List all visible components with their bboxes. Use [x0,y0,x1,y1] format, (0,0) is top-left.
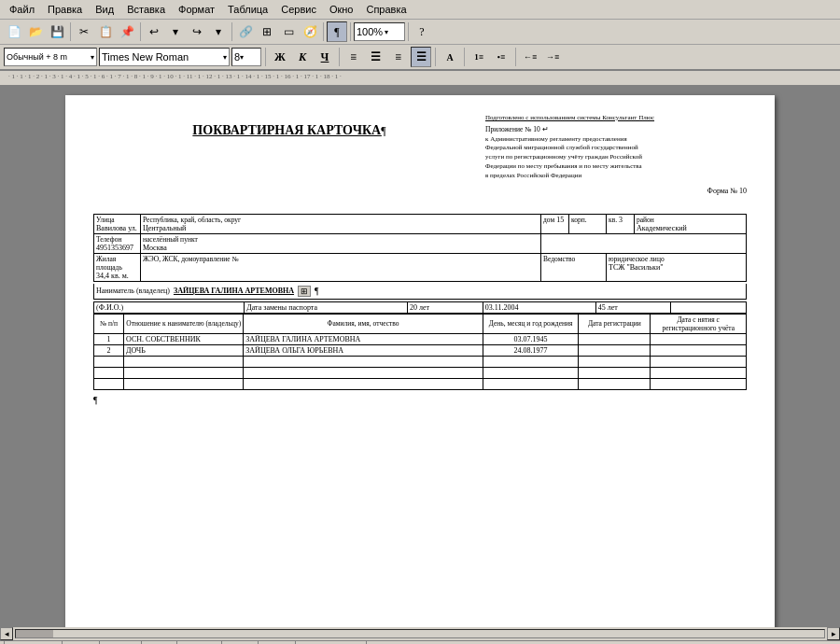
building-label: корп. [571,216,587,224]
scroll-left-button[interactable]: ◂ [0,627,13,640]
separator2 [140,22,141,41]
table-row [94,367,747,378]
apt-value: 3 [619,216,623,224]
app-desc1: к Административному регламенту предостав… [485,135,747,145]
passport-table: (Ф.И.О.) Дата замены паспорта 20 лет 03.… [93,301,747,314]
decrease-indent-button[interactable]: ←≡ [520,47,540,67]
menu-tools[interactable]: Сервис [275,2,322,17]
align-left-button[interactable]: ≡ [343,47,364,67]
menu-format[interactable]: Формат [173,2,220,17]
menu-table[interactable]: Таблица [222,2,273,17]
app-desc5: в пределах Российской Федерации [485,172,747,181]
cell-reg_date-2 [579,356,651,367]
statusbar: На 1,5см Ст 1 Кол 1 ЗАП ИСПР ВДЛ ЗАМ рус… [0,640,840,644]
apt-label: кв. [609,216,617,224]
street-value: Вавилова ул. [96,224,137,232]
copy-button[interactable]: 📋 [95,21,116,42]
menu-view[interactable]: Вид [90,2,119,17]
menu-edit[interactable]: Правка [42,2,88,17]
size-dropdown[interactable]: 8 ▾ [231,48,261,66]
cell-dob-4 [483,378,579,389]
zoom-value: 100% [357,26,383,37]
residents-table: № п/п Отношение к нанимателю (владельцу)… [93,314,747,390]
align-justify-button[interactable]: ☰ [411,47,431,67]
menu-help[interactable]: Справка [360,2,412,17]
underline-button[interactable]: Ч [315,47,335,67]
cut-button[interactable]: ✂ [74,21,94,42]
menu-insert[interactable]: Вставка [121,2,171,17]
open-button[interactable]: 📂 [25,21,46,42]
menu-window[interactable]: Окно [324,2,359,17]
scroll-right-button[interactable]: ▸ [827,627,840,640]
tenant-label: Наниматель (владелец) [96,287,170,295]
bullets-button[interactable]: •≡ [491,47,511,67]
end-pilcrow: ¶ [93,394,747,405]
insert-field-button[interactable]: ⊞ [298,286,311,297]
style-arrow: ▾ [91,53,94,62]
col-name-header: Фамилия, имя, отчество [244,314,483,333]
italic-button[interactable]: К [292,47,313,67]
app-desc2: Федеральной миграционной службой государ… [485,144,747,153]
cell-name-1: ЗАЙЦЕВА ОЛЬГА ЮРЬЕВНА [244,344,483,356]
col-reg-header: Дата регистрации [579,314,651,333]
separator5 [350,22,351,41]
navigator-button[interactable]: 🧭 [300,21,320,42]
undo-dropdown[interactable]: ▾ [165,21,186,42]
show-draw-button[interactable]: ▭ [278,21,299,42]
cell-dob-1: 24.08.1977 [483,344,579,356]
nonprint-button[interactable]: ¶ [327,21,347,42]
redo-dropdown[interactable]: ▾ [208,21,229,42]
cell-reg_date-0 [579,333,651,344]
passport-date-value: 03.11.2004 [485,303,519,312]
settlement-value: Москва [143,244,167,252]
redo-button[interactable]: ↪ [187,21,207,42]
align-right-button[interactable]: ≡ [388,47,409,67]
paste-button[interactable]: 📌 [117,21,137,42]
cell-dereg_date-1 [651,344,747,356]
separator6 [408,22,409,41]
hyperlink-button[interactable]: 🔗 [235,21,256,42]
col-relation-header: Отношение к нанимателю (владельцу) [124,314,244,333]
document-page: Подготовлено с использованием системы Ко… [65,95,775,627]
org-label: ЖЭО, ЖСК, домоуправление № [143,255,239,263]
align-center-button[interactable]: ☰ [366,47,386,67]
separator3 [231,22,232,41]
bold-button[interactable]: Ж [270,47,290,67]
format-toolbar: Обычный + 8 m ▾ Times New Roman ▾ 8 ▾ Ж … [0,45,840,70]
numbering-button[interactable]: 1≡ [469,47,489,67]
cell-num-3 [94,367,124,378]
tenant-row: Наниматель (владелец) ЗАЙЦЕВА ГАЛИНА АРТ… [93,284,747,300]
save-button[interactable]: 💾 [47,21,67,42]
cell-name-3 [244,367,483,378]
col-dereg-header: Дата с нятия с регистрационного учёта [651,314,747,333]
prepared-by-text: Подготовлено с использованием системы Ко… [485,114,747,121]
help-button[interactable]: ? [412,21,432,42]
area-unit: кв. м. [111,272,129,280]
col-dob-header: День, месяц и год рождения [483,314,579,333]
format-sep2 [339,48,340,66]
horizontal-scrollbar[interactable]: ◂ ▸ [0,627,840,640]
menu-file[interactable]: Файл [4,2,40,17]
zoom-arrow: ▾ [385,28,388,36]
cell-num-1: 2 [94,344,124,356]
standard-toolbar: 📄 📂 💾 ✂ 📋 📌 ↩ ▾ ↪ ▾ 🔗 ⊞ ▭ 🧭 ¶ 100% ▾ ? [0,20,840,45]
table-button[interactable]: ⊞ [257,21,277,42]
highlight-button[interactable]: A [440,47,460,67]
phone-value: 4951353697 [96,244,133,252]
info-table: Улица Вавилова ул. Республика, край, обл… [93,214,747,282]
increase-indent-button[interactable]: →≡ [542,47,563,67]
title-text: ПОКВАРТИРНАЯ КАРТОЧКА [192,123,381,137]
new-button[interactable]: 📄 [4,21,24,42]
scrollbar-thumb[interactable] [16,630,53,637]
table-row [94,356,747,367]
cell-name-0: ЗАЙЦЕВА ГАЛИНА АРТЕМОВНА [244,333,483,344]
house-label: дом [543,216,554,224]
zoom-dropdown[interactable]: 100% ▾ [354,22,405,41]
undo-button[interactable]: ↩ [144,21,164,42]
legal-value: ТСЖ "Васильки" [609,263,663,272]
cell-relation-2 [124,356,244,367]
style-dropdown[interactable]: Обычный + 8 m ▾ [4,48,97,66]
cell-dereg_date-2 [651,356,747,367]
font-dropdown[interactable]: Times New Roman ▾ [99,48,230,66]
font-arrow: ▾ [223,53,227,62]
